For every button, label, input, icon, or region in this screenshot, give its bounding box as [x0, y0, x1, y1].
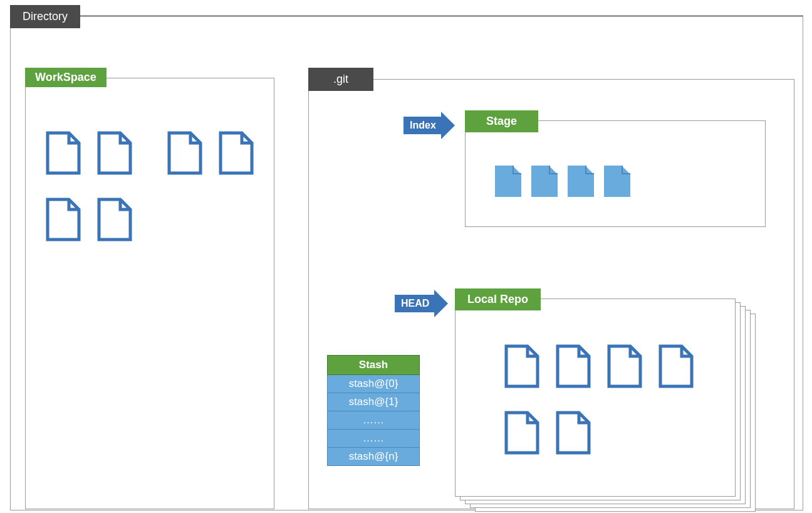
stash-row: stash@{0}: [328, 375, 420, 393]
file-filled-icon: [495, 166, 521, 197]
stage-tab: Stage: [465, 110, 538, 132]
head-arrow-label: HEAD: [395, 295, 434, 312]
workspace-files: [45, 130, 271, 253]
file-icon: [606, 344, 643, 389]
file-icon: [96, 130, 133, 176]
file-icon: [45, 130, 81, 176]
file-icon: [555, 410, 591, 455]
directory-label: Directory: [23, 10, 68, 23]
index-arrow-label: Index: [403, 117, 441, 134]
file-filled-icon: [604, 166, 630, 197]
file-icon: [504, 344, 540, 389]
git-diagram-canvas: Directory WorkSpace: [0, 0, 812, 513]
stage-label: Stage: [486, 115, 517, 127]
stash-row: ……: [328, 430, 420, 448]
head-arrow: HEAD: [395, 290, 448, 317]
git-tab: .git: [308, 68, 373, 91]
file-icon: [504, 410, 540, 455]
file-icon: [167, 130, 203, 176]
file-icon: [96, 197, 133, 242]
arrow-right-icon: [441, 112, 455, 139]
stash-row: ……: [328, 411, 420, 430]
file-icon: [45, 197, 81, 242]
workspace-label: WorkSpace: [35, 71, 96, 83]
localrepo-files: [504, 344, 729, 467]
workspace-tab: WorkSpace: [25, 68, 107, 87]
stash-panel: Stash stash@{0} stash@{1} …… …… stash@{n…: [327, 355, 420, 466]
file-filled-icon: [531, 166, 558, 197]
file-icon: [658, 344, 694, 389]
arrow-right-icon: [434, 290, 448, 317]
localrepo-tab: Local Repo: [455, 288, 541, 310]
stash-header: Stash: [328, 356, 420, 375]
stage-files: [495, 166, 630, 197]
stash-table: Stash stash@{0} stash@{1} …… …… stash@{n…: [327, 355, 420, 466]
stash-row: stash@{n}: [328, 448, 420, 466]
localrepo-label: Local Repo: [467, 293, 528, 305]
stash-row: stash@{1}: [328, 393, 420, 411]
directory-tab: Directory: [10, 5, 80, 28]
git-label: .git: [333, 73, 348, 85]
file-icon: [555, 344, 591, 389]
index-arrow: Index: [403, 112, 455, 139]
file-icon: [218, 130, 254, 176]
file-filled-icon: [568, 166, 594, 197]
